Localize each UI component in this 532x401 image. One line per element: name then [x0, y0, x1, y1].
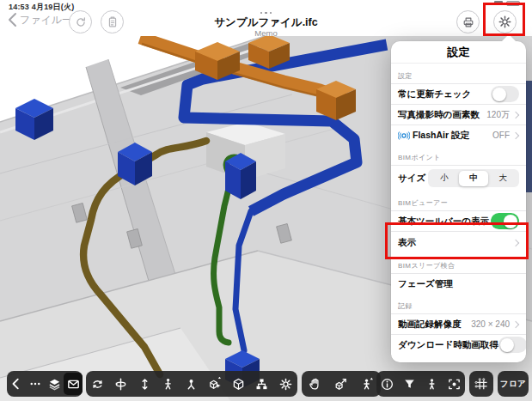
- row-display[interactable]: 表示: [391, 231, 526, 253]
- chevron-right-icon: [512, 111, 519, 118]
- row-label: 写真撮影時の画素数: [398, 109, 480, 121]
- row-photo-pixel-count[interactable]: 写真撮影時の画素数 120万: [391, 104, 526, 125]
- settings-popover: 設定 設定 常に更新チェック 写真撮影時の画素数 120万 FlashAir 設…: [391, 41, 526, 362]
- more-icon[interactable]: [260, 12, 272, 15]
- always-update-toggle[interactable]: [491, 86, 519, 102]
- chevron-left-icon[interactable]: [7, 373, 26, 395]
- size-option-small[interactable]: 小: [430, 171, 459, 186]
- status-date: 4月19日(火): [32, 3, 75, 11]
- gear-icon: [498, 15, 512, 29]
- size-option-large[interactable]: 大: [488, 171, 517, 186]
- person-icon[interactable]: [421, 373, 443, 395]
- toolbar-segment-manipulate: [302, 371, 381, 397]
- section-label-general: 設定: [391, 64, 526, 83]
- cube-export-icon[interactable]: [330, 373, 352, 395]
- section-label-bim-viewer: BIMビューアー: [391, 191, 526, 210]
- row-value: 320 × 240: [471, 319, 510, 329]
- rotate-cycle-icon[interactable]: [87, 373, 109, 395]
- layers-icon[interactable]: [45, 373, 64, 395]
- row-size: サイズ 小 中 大: [391, 165, 526, 191]
- row-label: 表示: [398, 237, 416, 249]
- move-vertical-icon[interactable]: [133, 373, 156, 395]
- row-phase-management[interactable]: フェーズ管理: [391, 273, 526, 294]
- status-time: 14:53: [9, 3, 29, 11]
- chevron-right-icon: [512, 320, 519, 327]
- flashair-icon: [398, 130, 410, 142]
- download-video-toggle[interactable]: [498, 337, 526, 353]
- row-label: 常に更新チェック: [398, 88, 471, 100]
- grid-axes-icon: [470, 373, 492, 395]
- wifi-icon: [494, 1, 503, 5]
- print-button[interactable]: [456, 10, 480, 33]
- row-label: フェーズ管理: [398, 278, 453, 290]
- filter-funnel-icon[interactable]: [399, 373, 421, 395]
- toolbar-segment-inspect: [376, 371, 465, 397]
- section-label-recording: 記録: [391, 294, 526, 313]
- floor-button[interactable]: フロア: [498, 371, 529, 397]
- row-label: サイズ: [398, 173, 425, 185]
- gear-icon[interactable]: [274, 373, 297, 395]
- row-download-video[interactable]: ダウンロード時動画取得: [391, 334, 526, 355]
- chevron-right-icon: [512, 239, 519, 246]
- chevron-left-icon: [7, 12, 18, 27]
- clipboard-icon: [106, 15, 119, 29]
- floor-button-label: フロア: [500, 379, 527, 390]
- walk-person-icon[interactable]: [157, 373, 180, 395]
- clipboard-button[interactable]: [101, 10, 124, 33]
- section-label-bim-point: BIMポイント: [391, 145, 526, 165]
- popover-arrow: [501, 34, 517, 42]
- section-label-bim-sleeve: BIMスリーブ検合: [391, 253, 526, 273]
- refresh-button[interactable]: [69, 10, 92, 33]
- top-navigation-bar: 14:53 4月19日(火) ファイル一覧: [0, 0, 532, 36]
- status-bar-indicators: [494, 1, 520, 6]
- hierarchy-tree-icon[interactable]: [251, 373, 273, 395]
- row-value: 120万: [486, 109, 510, 121]
- point-marker-icon[interactable]: [180, 373, 203, 395]
- hand-pan-icon[interactable]: [303, 373, 326, 395]
- row-label: 動画記録解像度: [398, 319, 462, 331]
- envelope-icon[interactable]: [64, 373, 83, 395]
- size-option-medium[interactable]: 中: [459, 171, 488, 186]
- row-video-resolution[interactable]: 動画記録解像度 320 × 240: [391, 313, 526, 334]
- more-ellipsis-icon[interactable]: [26, 373, 45, 395]
- size-segmented-control: 小 中 大: [428, 169, 519, 187]
- row-label: 基本ツールバーの表示: [398, 216, 489, 228]
- grid-axes-button[interactable]: [469, 371, 493, 397]
- cube-icon[interactable]: [228, 373, 250, 395]
- row-basic-toolbar-visibility[interactable]: 基本ツールバーの表示: [391, 210, 526, 231]
- basic-toolbar-toggle[interactable]: [491, 213, 519, 229]
- focus-frame-icon[interactable]: [443, 373, 465, 395]
- row-flashair[interactable]: FlashAir 設定 OFF: [391, 125, 526, 145]
- row-value: OFF: [492, 131, 510, 140]
- cube-select-icon[interactable]: [204, 373, 226, 395]
- toolbar-segment-view: [86, 371, 297, 397]
- walk-person-badge-icon[interactable]: [357, 373, 379, 395]
- refresh-icon: [74, 15, 88, 29]
- row-label: ダウンロード時動画取得: [398, 339, 498, 351]
- info-icon[interactable]: [376, 373, 399, 395]
- chevron-right-icon: [512, 131, 519, 138]
- settings-button[interactable]: [493, 10, 517, 33]
- orbit-axis-icon[interactable]: [110, 373, 132, 395]
- toolbar-segment-nav: [7, 371, 83, 397]
- row-always-update-check[interactable]: 常に更新チェック: [391, 83, 526, 104]
- row-label: FlashAir 設定: [413, 130, 469, 142]
- app-window: 14:53 4月19日(火) ファイル一覧: [0, 0, 532, 401]
- battery-icon: [506, 1, 520, 6]
- printer-icon: [462, 15, 475, 29]
- settings-title: 設定: [391, 41, 526, 64]
